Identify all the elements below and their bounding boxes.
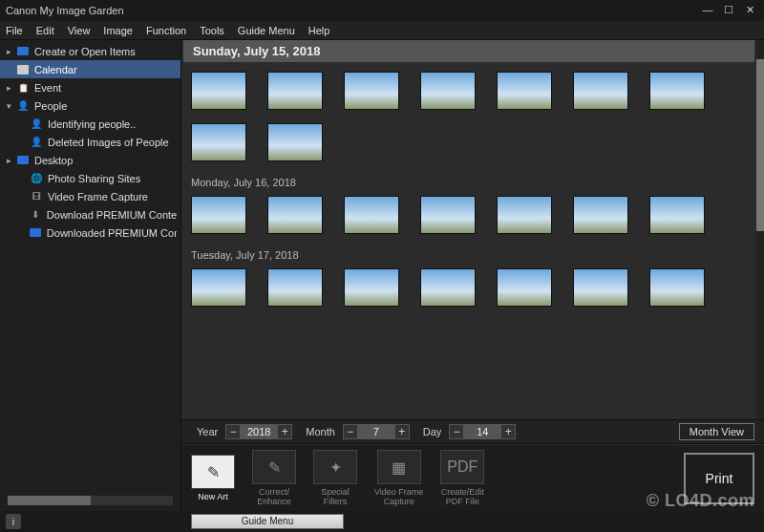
menu-file[interactable]: File [6,25,23,36]
sidebar-item-label: Photo Sharing Sites [48,173,140,184]
image-thumbnail[interactable] [420,72,476,110]
thumb-row [181,123,756,175]
image-thumbnail[interactable] [420,196,476,234]
image-thumbnail[interactable] [344,72,399,110]
sidebar-item-label: Download PREMIUM Conten [47,209,177,221]
sidebar-item[interactable]: Calendar [0,60,180,78]
month-plus-button[interactable]: + [394,424,410,439]
sidebar-item[interactable]: Photo Sharing Sites [0,169,180,187]
tree-arrow-icon: ▾ [4,101,13,111]
menu-help[interactable]: Help [308,25,330,36]
sidebar-item-label: Deleted Images of People [48,137,169,148]
menu-view[interactable]: View [68,25,91,36]
tool-label: New Art [198,492,228,501]
image-thumbnail[interactable] [420,268,476,307]
tool-button[interactable]: ▦Video Frame Capture [374,450,423,506]
sidebar-item[interactable]: Download PREMIUM Conten [0,205,180,223]
image-thumbnail[interactable] [649,268,705,307]
image-thumbnail[interactable] [573,72,628,110]
dl-icon [29,208,43,222]
tool-label: Special Filters [321,487,350,506]
sidebar: ▸Create or Open ItemsCalendar▸Event▾Peop… [0,40,181,511]
image-thumbnail[interactable] [344,196,399,234]
date-subheader: Tuesday, July 17, 2018 [181,247,756,268]
tool-icon: ✦ [313,450,357,484]
people-icon [15,99,31,113]
toolbar: ✎New Art✎Correct/ Enhance✦Special Filter… [181,444,764,511]
date-bar: Year − 2018 + Month − 7 + Day − 14 + [181,419,764,444]
image-thumbnail[interactable] [573,196,628,234]
thumb-row [181,196,756,247]
day-minus-button[interactable]: − [449,424,464,439]
month-minus-button[interactable]: − [343,424,358,439]
sidebar-h-scrollbar[interactable] [8,496,173,505]
tool-label: Correct/ Enhance [257,487,291,506]
print-button[interactable]: Print [684,453,754,504]
image-thumbnail[interactable] [497,268,552,307]
menu-bar: File Edit View Image Function Tools Guid… [0,21,764,40]
tool-label: Video Frame Capture [374,487,423,506]
sidebar-item[interactable]: ▸Event [0,78,180,96]
info-icon[interactable]: i [6,514,21,529]
menu-guide[interactable]: Guide Menu [238,25,295,36]
maximize-button[interactable]: ☐ [720,4,737,17]
date-header: Sunday, July 15, 2018 [183,40,754,62]
tree-arrow-icon: ▸ [4,156,13,165]
thumb-row [181,72,756,123]
sidebar-item-label: Video Frame Capture [48,191,148,202]
vertical-scrollbar[interactable] [756,40,764,419]
tree-arrow-icon: ▸ [4,83,13,93]
film-icon [29,190,44,203]
tool-button[interactable]: ✦Special Filters [313,450,357,506]
image-thumbnail[interactable] [497,196,552,234]
menu-image[interactable]: Image [103,25,133,36]
sidebar-item[interactable]: ▾People [0,96,180,115]
image-thumbnail[interactable] [344,268,399,307]
sidebar-item[interactable]: Deleted Images of People [0,133,180,151]
image-thumbnail[interactable] [267,123,323,161]
guide-menu-button[interactable]: Guide Menu [191,514,344,529]
sidebar-item[interactable]: Video Frame Capture [0,187,180,205]
tool-button[interactable]: ✎New Art [191,455,235,501]
globe-icon [29,172,44,185]
image-thumbnail[interactable] [573,268,628,307]
sidebar-item-label: Calendar [34,64,77,75]
sidebar-item[interactable]: Identifying people.. [0,115,180,133]
date-subheader: Monday, July 16, 2018 [181,175,756,196]
menu-tools[interactable]: Tools [200,25,224,36]
sidebar-h-scroll-thumb[interactable] [8,496,91,505]
sidebar-item[interactable]: Downloaded PREMIUM Cont [0,223,180,242]
event-icon [15,81,31,95]
image-thumbnail[interactable] [649,196,705,234]
year-minus-button[interactable]: − [225,424,241,439]
image-thumbnail[interactable] [267,72,323,110]
month-view-button[interactable]: Month View [679,423,754,440]
image-thumbnail[interactable] [191,72,246,110]
close-button[interactable]: ✕ [741,4,758,17]
tool-button[interactable]: ✎Correct/ Enhance [252,450,296,506]
tool-button[interactable]: PDFCreate/Edit PDF File [440,450,484,506]
day-plus-button[interactable]: + [500,424,516,439]
month-label: Month [306,426,335,437]
people-icon [29,117,44,131]
image-thumbnail[interactable] [267,196,323,234]
image-thumbnail[interactable] [191,268,246,307]
window-title: Canon My Image Garden [6,5,699,16]
image-thumbnail[interactable] [267,268,323,307]
minimize-button[interactable]: — [699,4,716,17]
menu-function[interactable]: Function [146,25,186,36]
vertical-scroll-thumb[interactable] [756,59,764,231]
sidebar-item[interactable]: ▸Desktop [0,151,180,169]
image-thumbnail[interactable] [191,196,246,234]
sidebar-item[interactable]: ▸Create or Open Items [0,42,180,60]
year-label: Year [197,426,218,437]
menu-edit[interactable]: Edit [36,25,54,36]
sidebar-item-label: Desktop [34,155,73,166]
image-thumbnail[interactable] [649,72,705,110]
image-thumbnail[interactable] [497,72,552,110]
tool-icon: ▦ [377,450,421,484]
sidebar-item-label: Event [34,82,61,94]
image-thumbnail[interactable] [191,123,246,161]
year-plus-button[interactable]: + [277,424,292,439]
tree-arrow-icon: ▸ [4,47,13,56]
